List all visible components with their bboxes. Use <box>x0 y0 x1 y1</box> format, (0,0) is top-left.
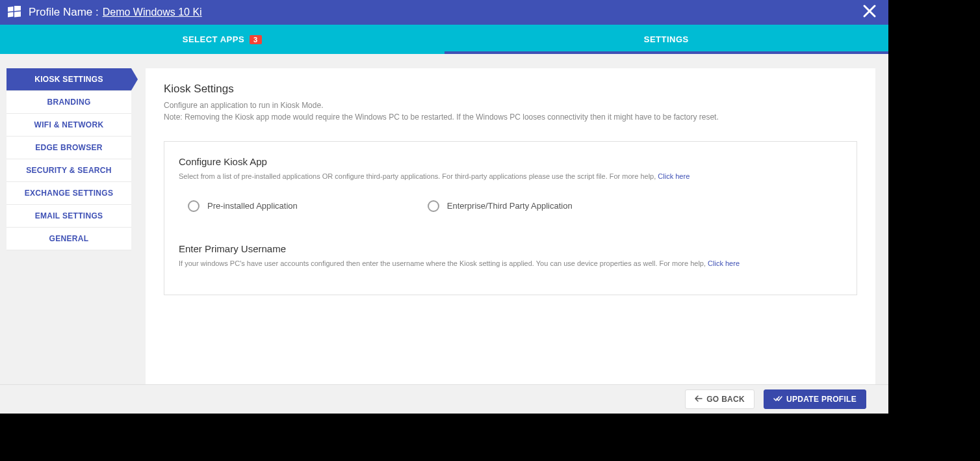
radio-label: Enterprise/Third Party Application <box>447 201 573 211</box>
check-all-icon <box>773 395 782 404</box>
radio-icon <box>428 200 439 212</box>
profile-name-label: Profile Name : <box>29 6 99 19</box>
svg-rect-3 <box>14 11 21 17</box>
svg-rect-0 <box>8 7 14 12</box>
header-bar: Profile Name : Demo Windows 10 Ki <box>0 0 888 25</box>
button-label: GO BACK <box>706 395 745 404</box>
sidebar-item-exchange-settings[interactable]: EXCHANGE SETTINGS <box>6 182 131 205</box>
panel-title: Enter Primary Username <box>179 243 842 254</box>
tab-label: SETTINGS <box>644 34 689 44</box>
close-icon[interactable] <box>862 4 877 21</box>
tab-label: SELECT APPS <box>183 34 244 44</box>
panel-description: If your windows PC's have user accounts … <box>179 258 842 269</box>
tab-bar: SELECT APPS 3 SETTINGS <box>0 25 888 54</box>
apps-count-badge: 3 <box>250 35 262 44</box>
panel-title: Configure Kiosk App <box>179 156 842 167</box>
svg-rect-1 <box>14 6 21 11</box>
sidebar-item-general[interactable]: GENERAL <box>6 228 131 250</box>
update-profile-button[interactable]: UPDATE PROFILE <box>764 389 866 409</box>
arrow-left-icon <box>695 395 703 404</box>
footer-bar: GO BACK UPDATE PROFILE <box>0 384 888 414</box>
panel-description: Select from a list of pre-installed appl… <box>179 171 842 182</box>
page-description: Configure an application to run in Kiosk… <box>164 99 857 123</box>
profile-name-value[interactable]: Demo Windows 10 Ki <box>103 7 202 18</box>
configure-kiosk-panel: Configure Kiosk App Select from a list o… <box>164 141 857 295</box>
sidebar-item-wifi-network[interactable]: WIFI & NETWORK <box>6 114 131 137</box>
button-label: UPDATE PROFILE <box>786 395 857 404</box>
tab-settings[interactable]: SETTINGS <box>445 25 889 54</box>
radio-enterprise-app[interactable]: Enterprise/Third Party Application <box>428 200 573 212</box>
windows-icon <box>8 6 21 19</box>
sidebar-item-kiosk-settings[interactable]: KIOSK SETTINGS <box>6 68 131 91</box>
sidebar-item-edge-browser[interactable]: EDGE BROWSER <box>6 137 131 159</box>
page-title: Kiosk Settings <box>164 83 857 96</box>
content-pane: Kiosk Settings Configure an application … <box>146 68 875 384</box>
help-link[interactable]: Click here <box>708 259 740 267</box>
help-link[interactable]: Click here <box>658 172 690 180</box>
go-back-button[interactable]: GO BACK <box>685 389 754 409</box>
radio-preinstalled-app[interactable]: Pre-installed Application <box>188 200 298 212</box>
settings-sidebar: KIOSK SETTINGS BRANDING WIFI & NETWORK E… <box>6 68 131 384</box>
sidebar-item-security-search[interactable]: SECURITY & SEARCH <box>6 159 131 182</box>
sidebar-item-branding[interactable]: BRANDING <box>6 91 131 114</box>
radio-icon <box>188 200 200 212</box>
tab-select-apps[interactable]: SELECT APPS 3 <box>0 25 445 54</box>
radio-label: Pre-installed Application <box>207 201 298 211</box>
sidebar-item-email-settings[interactable]: EMAIL SETTINGS <box>6 205 131 228</box>
svg-rect-2 <box>8 12 14 18</box>
